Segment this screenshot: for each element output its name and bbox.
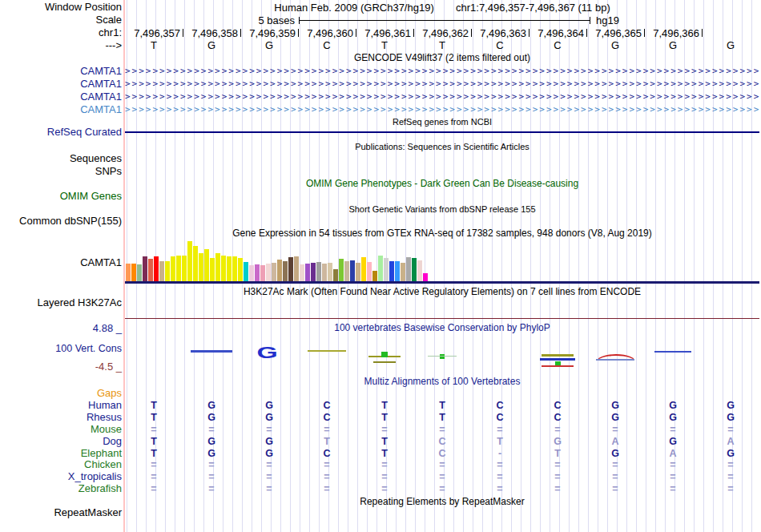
range-label: chr1:7,496,357-7,496,367 (11 bp) xyxy=(456,2,610,14)
species-label-chicken[interactable]: Chicken xyxy=(0,459,122,470)
gencode-transcript-arrows[interactable]: >>>>>>>>>>>>>>>>>>>>>>>>>>>>>>>>>>>>>>>>… xyxy=(125,66,759,76)
gtex-tissue-bar[interactable] xyxy=(311,263,316,281)
snps-label[interactable]: SNPs xyxy=(0,166,122,177)
gtex-tissue-bar[interactable] xyxy=(423,273,428,281)
gtex-tissue-bar[interactable] xyxy=(294,256,299,281)
gtex-tissue-bar[interactable] xyxy=(406,257,411,281)
gtex-tissue-bar[interactable] xyxy=(210,258,215,281)
gtex-tissue-bar[interactable] xyxy=(288,257,293,281)
gtex-tissue-bar[interactable] xyxy=(361,257,366,281)
species-label-dog[interactable]: Dog xyxy=(0,436,122,447)
gtex-tissue-bar[interactable] xyxy=(266,264,271,281)
gtex-tissue-bar[interactable] xyxy=(395,261,400,281)
gtex-tissue-bar[interactable] xyxy=(412,258,417,281)
gtex-tissue-bar[interactable] xyxy=(255,264,260,281)
gtex-tissue-bar[interactable] xyxy=(328,263,332,281)
base-position-number: 7,496,361 xyxy=(356,27,411,38)
omim-genes-label[interactable]: OMIM Genes xyxy=(0,191,122,202)
gtex-tissue-bar[interactable] xyxy=(154,256,159,281)
gtex-tissue-bar[interactable] xyxy=(199,253,203,281)
phylop-hline-glyph xyxy=(373,361,396,363)
gtex-tissue-bar[interactable] xyxy=(215,253,220,281)
gtex-tissue-bar[interactable] xyxy=(221,256,226,281)
multiz-base-cell: A xyxy=(702,436,759,447)
gtex-tissue-bar[interactable] xyxy=(339,259,344,281)
multiz-base-cell: G xyxy=(586,412,644,423)
refseq-gene-line[interactable] xyxy=(125,131,759,133)
gtex-tissue-bar[interactable] xyxy=(344,261,349,281)
gtex-tissue-bar[interactable] xyxy=(137,264,142,281)
gtex-tissue-bar[interactable] xyxy=(204,249,209,281)
gtex-tissue-bar[interactable] xyxy=(159,261,164,281)
repeatmasker-label[interactable]: RepeatMasker xyxy=(0,507,122,518)
gencode-transcript-label[interactable]: CAMTA1 xyxy=(0,79,122,90)
gtex-tissue-bar[interactable] xyxy=(305,264,310,281)
gtex-tissue-bar[interactable] xyxy=(277,260,282,281)
species-label-x_tropicalis[interactable]: X_tropicalis xyxy=(0,471,122,482)
base-position-number: 7,496,363 xyxy=(471,27,526,38)
genome-build-label: hg19 xyxy=(596,14,619,26)
layered-h3k27ac-label[interactable]: Layered H3K27Ac xyxy=(0,297,122,308)
gtex-tissue-bar[interactable] xyxy=(260,265,265,281)
gtex-tissue-bar[interactable] xyxy=(227,256,232,281)
multiz-base-cell: G xyxy=(586,448,644,459)
species-label-elephant[interactable]: Elephant xyxy=(0,448,122,459)
publications-track-title: Publications: Sequences in Scientific Ar… xyxy=(125,142,759,151)
vert-cons-label[interactable]: 100 Vert. Cons xyxy=(0,343,122,354)
gtex-tissue-bar[interactable] xyxy=(316,262,321,281)
gtex-tissue-bar[interactable] xyxy=(238,258,243,281)
phylop-hline-glyph xyxy=(542,354,574,357)
refseq-curated-label[interactable]: RefSeq Curated xyxy=(0,127,122,138)
gencode-transcript-arrows[interactable]: >>>>>>>>>>>>>>>>>>>>>>>>>>>>>>>>>>>>>>>>… xyxy=(125,104,759,115)
multiz-base-cell: = xyxy=(356,424,413,435)
gencode-transcript-label[interactable]: CAMTA1 xyxy=(0,66,122,77)
sequences-label[interactable]: Sequences xyxy=(0,153,122,164)
gtex-tissue-bar[interactable] xyxy=(249,265,254,281)
gtex-tissue-bar[interactable] xyxy=(384,258,389,281)
gtex-tissue-bar[interactable] xyxy=(300,264,304,281)
species-label-human[interactable]: Human xyxy=(0,400,122,411)
species-label-zebrafish[interactable]: Zebrafish xyxy=(0,483,122,494)
multiz-base-cell: = xyxy=(356,459,413,470)
gtex-tissue-bar[interactable] xyxy=(131,264,136,281)
gtex-tissue-bar[interactable] xyxy=(182,256,187,281)
species-label-gaps[interactable]: Gaps xyxy=(0,388,122,399)
gencode-transcript-arrows[interactable]: >>>>>>>>>>>>>>>>>>>>>>>>>>>>>>>>>>>>>>>>… xyxy=(125,79,759,89)
gtex-gene-label[interactable]: CAMTA1 xyxy=(0,257,122,268)
gtex-tissue-bar[interactable] xyxy=(417,260,422,281)
gtex-tissue-bar[interactable] xyxy=(401,263,405,281)
omim-gene-bar[interactable] xyxy=(125,190,759,200)
gtex-tissue-bar[interactable] xyxy=(356,263,360,281)
gtex-tissue-bar[interactable] xyxy=(148,259,153,281)
gtex-tissue-bar[interactable] xyxy=(333,269,338,281)
gtex-tissue-bar[interactable] xyxy=(126,264,131,281)
gtex-tissue-bar[interactable] xyxy=(165,261,170,281)
phylop-hline-glyph xyxy=(308,350,346,352)
gencode-transcript-arrows[interactable]: >>>>>>>>>>>>>>>>>>>>>>>>>>>>>>>>>>>>>>>>… xyxy=(125,91,759,102)
gtex-tissue-bar[interactable] xyxy=(232,256,237,281)
gencode-transcript-label[interactable]: CAMTA1 xyxy=(0,91,122,103)
gtex-tissue-bar[interactable] xyxy=(322,264,327,281)
gtex-tissue-bar[interactable] xyxy=(171,256,175,281)
multiz-base-cell: T xyxy=(529,448,586,459)
gtex-tissue-bar[interactable] xyxy=(272,263,276,281)
phylop-hline-glyph xyxy=(542,365,574,367)
gtex-tissue-bar[interactable] xyxy=(143,256,147,281)
gtex-tissue-bar[interactable] xyxy=(378,256,383,281)
gtex-tissue-bar[interactable] xyxy=(244,262,248,281)
gtex-tissue-bar[interactable] xyxy=(193,246,198,281)
species-label-mouse[interactable]: Mouse xyxy=(0,424,122,435)
gtex-tissue-bar[interactable] xyxy=(176,256,181,281)
gencode-transcript-label[interactable]: CAMTA1 xyxy=(0,104,122,115)
species-label-rhesus[interactable]: Rhesus xyxy=(0,412,122,423)
gtex-tissue-bar[interactable] xyxy=(372,271,377,281)
gtex-tissue-bar[interactable] xyxy=(283,261,288,281)
gtex-tissue-bar[interactable] xyxy=(187,241,192,281)
common-dbsnp-label[interactable]: Common dbSNP(155) xyxy=(0,216,122,227)
multiz-base-cell: G xyxy=(702,448,759,459)
gtex-tissue-bar[interactable] xyxy=(389,261,394,281)
phylop-min-label: -4.5 _ xyxy=(0,361,122,373)
multiz-base-cell: T xyxy=(413,400,471,411)
gtex-tissue-bar[interactable] xyxy=(367,262,372,281)
gtex-tissue-bar[interactable] xyxy=(350,260,355,281)
